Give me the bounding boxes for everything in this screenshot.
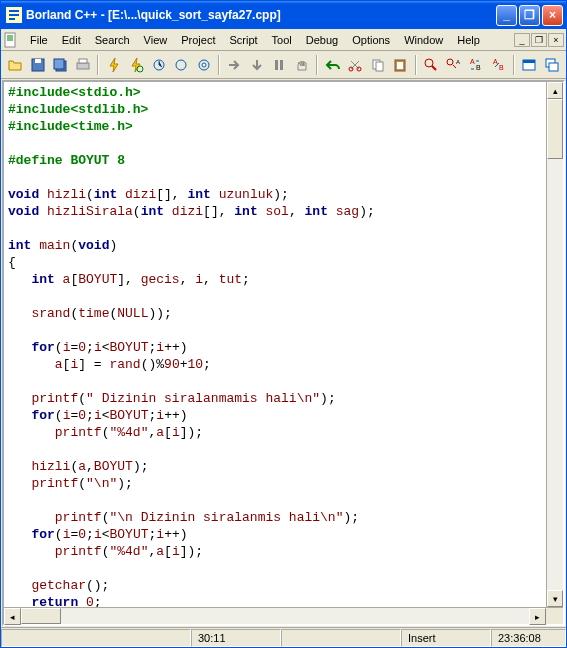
document-icon — [3, 32, 19, 48]
scroll-corner — [546, 608, 563, 624]
replace-next-button[interactable]: AB — [488, 54, 509, 76]
menu-file[interactable]: File — [23, 32, 55, 48]
save-button[interactable] — [28, 54, 49, 76]
app-icon — [6, 7, 22, 23]
menu-edit[interactable]: Edit — [55, 32, 88, 48]
toolbar-separator — [415, 55, 417, 75]
svg-rect-6 — [77, 63, 89, 69]
vertical-scrollbar[interactable]: ▴ ▾ — [546, 82, 563, 607]
undo-icon — [325, 57, 341, 73]
breakpoint-toggle-button[interactable] — [148, 54, 169, 76]
pause-button[interactable] — [292, 54, 313, 76]
editor-panel: #include<stdio.h> #include<stdlib.h> #in… — [2, 80, 565, 626]
status-mod — [281, 629, 401, 647]
message-button[interactable] — [541, 54, 562, 76]
copy-button[interactable] — [367, 54, 388, 76]
scroll-right-button[interactable]: ▸ — [529, 608, 546, 625]
find-next-button[interactable]: A — [443, 54, 464, 76]
toolbar-separator — [513, 55, 515, 75]
status-message — [1, 629, 191, 647]
menu-project[interactable]: Project — [174, 32, 222, 48]
add-watch-button[interactable] — [171, 54, 192, 76]
project-button[interactable] — [519, 54, 540, 76]
status-time: 23:36:08 — [491, 629, 566, 647]
find-button[interactable] — [421, 54, 442, 76]
svg-rect-29 — [523, 60, 535, 63]
mdi-restore-button[interactable]: ❐ — [531, 33, 547, 47]
status-position: 30:11 — [191, 629, 281, 647]
scroll-up-button[interactable]: ▴ — [547, 82, 563, 99]
svg-rect-20 — [397, 62, 403, 69]
watch2-icon — [196, 57, 212, 73]
printer-icon — [75, 57, 91, 73]
menu-search[interactable]: Search — [88, 32, 137, 48]
scroll-track[interactable] — [547, 99, 563, 590]
floppy-icon — [30, 57, 46, 73]
pause-icon — [271, 57, 287, 73]
toolbar-separator — [218, 55, 220, 75]
mdi-min-button[interactable]: _ — [514, 33, 530, 47]
hscroll-track[interactable] — [21, 608, 529, 624]
svg-text:A: A — [470, 58, 475, 65]
open-button[interactable] — [5, 54, 26, 76]
replace-button[interactable]: AB — [466, 54, 487, 76]
maximize-button[interactable]: ❐ — [519, 5, 540, 26]
minimize-button[interactable]: _ — [496, 5, 517, 26]
floppy-stack-icon — [52, 57, 68, 73]
scissors-icon — [347, 57, 363, 73]
svg-rect-7 — [79, 59, 87, 63]
hand-stop-icon — [294, 57, 310, 73]
status-mode: Insert — [401, 629, 491, 647]
save-all-button[interactable] — [50, 54, 71, 76]
run-button[interactable] — [103, 54, 124, 76]
svg-text:A: A — [456, 59, 460, 65]
folder-open-icon — [7, 57, 23, 73]
menu-help[interactable]: Help — [450, 32, 487, 48]
mdi-close-button[interactable]: × — [548, 33, 564, 47]
app-window: Borland C++ - [E:\...\quick_sort_sayfa27… — [0, 0, 567, 648]
code-editor[interactable]: #include<stdio.h> #include<stdlib.h> #in… — [4, 82, 546, 607]
svg-rect-3 — [35, 59, 41, 63]
menu-window[interactable]: Window — [397, 32, 450, 48]
window-title: Borland C++ - [E:\...\quick_sort_sayfa27… — [26, 8, 496, 22]
hscroll-thumb[interactable] — [21, 608, 61, 624]
toolbar-separator — [316, 55, 318, 75]
arrow-icon — [226, 57, 242, 73]
window-icon — [521, 57, 537, 73]
svg-rect-31 — [549, 63, 558, 71]
scroll-thumb[interactable] — [547, 99, 563, 159]
replace-next-icon: AB — [491, 57, 507, 73]
svg-text:A: A — [493, 58, 498, 65]
toolbar: A AB AB — [1, 51, 566, 79]
cut-button[interactable] — [345, 54, 366, 76]
rerun-button[interactable] — [126, 54, 147, 76]
stop-button[interactable] — [269, 54, 290, 76]
menu-tool[interactable]: Tool — [265, 32, 299, 48]
watch-button[interactable] — [194, 54, 215, 76]
horizontal-scrollbar[interactable]: ◂ ▸ — [4, 607, 563, 624]
svg-rect-18 — [376, 62, 383, 71]
menu-debug[interactable]: Debug — [299, 32, 345, 48]
lightning-loop-icon — [128, 57, 144, 73]
windows-icon — [544, 57, 560, 73]
paste-button[interactable] — [390, 54, 411, 76]
svg-point-12 — [202, 63, 206, 67]
print-button[interactable] — [73, 54, 94, 76]
undo-button[interactable] — [322, 54, 343, 76]
menu-script[interactable]: Script — [222, 32, 264, 48]
toolbar-separator — [97, 55, 99, 75]
window-buttons: _ ❐ × — [496, 5, 563, 26]
menu-view[interactable]: View — [137, 32, 175, 48]
scroll-left-button[interactable]: ◂ — [4, 608, 21, 625]
paste-icon — [392, 57, 408, 73]
menu-options[interactable]: Options — [345, 32, 397, 48]
svg-text:B: B — [499, 64, 504, 71]
search-icon — [423, 57, 439, 73]
lightning-icon — [106, 57, 122, 73]
step-into-button[interactable] — [247, 54, 268, 76]
scroll-down-button[interactable]: ▾ — [547, 590, 563, 607]
mdi-buttons: _ ❐ × — [514, 33, 564, 47]
step-over-button[interactable] — [224, 54, 245, 76]
titlebar[interactable]: Borland C++ - [E:\...\quick_sort_sayfa27… — [1, 1, 566, 29]
close-button[interactable]: × — [542, 5, 563, 26]
